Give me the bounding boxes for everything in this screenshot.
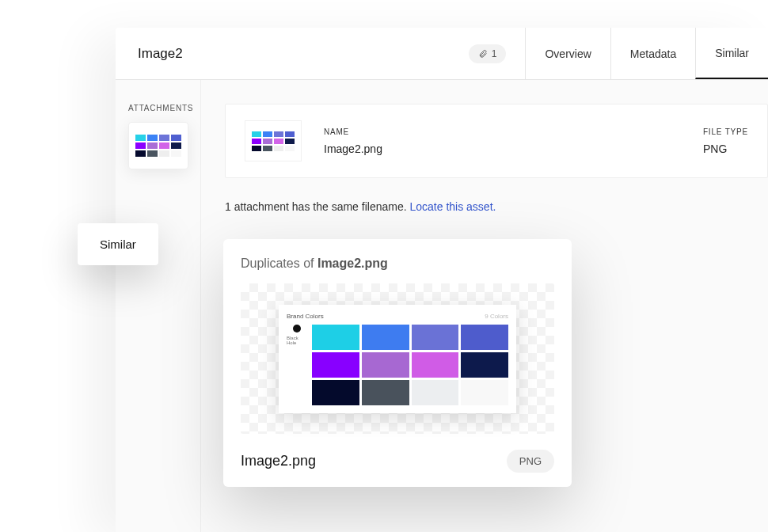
name-value: Image2.png xyxy=(324,142,382,155)
info-columns: NAME Image2.png FILE TYPE PNG xyxy=(324,127,748,155)
tab-overview[interactable]: Overview xyxy=(525,28,610,79)
duplicates-prefix: Duplicates of xyxy=(241,256,317,270)
paperclip-icon xyxy=(478,49,488,59)
filetype-value: PNG xyxy=(703,142,748,155)
palette-count: 9 Colors xyxy=(485,313,508,320)
palette-legend: Black Hole xyxy=(287,325,307,405)
duplicate-message: 1 attachment has the same filename. Loca… xyxy=(225,200,768,213)
attachments-label: ATTACHMENTS xyxy=(128,104,188,112)
duplicates-filename: Image2.png xyxy=(317,256,388,270)
duplicates-title: Duplicates of Image2.png xyxy=(241,256,554,271)
attachment-info-card: NAME Image2.png FILE TYPE PNG xyxy=(225,104,768,178)
tab-similar[interactable]: Similar xyxy=(695,28,768,79)
tab-bar: Overview Metadata Similar xyxy=(525,28,768,79)
duplicate-footer: Image2.png PNG xyxy=(241,450,554,473)
legend-dot-icon xyxy=(293,325,301,332)
duplicate-filename: Image2.png xyxy=(241,453,316,469)
palette-preview-icon xyxy=(252,131,295,151)
palette-preview-icon xyxy=(135,135,181,157)
name-label: NAME xyxy=(324,127,382,136)
similar-floating-chip[interactable]: Similar xyxy=(78,223,158,265)
info-name-column: NAME Image2.png xyxy=(324,127,382,155)
locate-asset-link[interactable]: Locate this asset. xyxy=(409,200,496,213)
info-thumbnail xyxy=(245,120,302,162)
duplicates-card: Duplicates of Image2.png Brand Colors 9 … xyxy=(223,239,572,487)
tab-metadata[interactable]: Metadata xyxy=(610,28,695,79)
palette-grid xyxy=(312,325,508,405)
palette-title: Brand Colors xyxy=(287,313,324,320)
info-filetype-column: FILE TYPE PNG xyxy=(703,127,748,155)
duplicate-preview[interactable]: Brand Colors 9 Colors Black Hole xyxy=(241,283,554,434)
attachments-pill[interactable]: 1 xyxy=(469,44,507,63)
palette-header: Brand Colors 9 Colors xyxy=(287,313,508,320)
attachments-sidebar: ATTACHMENTS xyxy=(116,80,201,532)
filetype-badge: PNG xyxy=(507,450,554,473)
attachments-count: 1 xyxy=(492,48,497,59)
message-text: 1 attachment has the same filename. xyxy=(225,200,409,213)
brand-colors-card: Brand Colors 9 Colors Black Hole xyxy=(279,305,516,413)
asset-title: Image2 xyxy=(116,46,469,62)
attachment-thumbnail[interactable] xyxy=(128,122,188,169)
filetype-label: FILE TYPE xyxy=(703,127,748,136)
panel-header: Image2 1 Overview Metadata Similar xyxy=(116,28,768,80)
